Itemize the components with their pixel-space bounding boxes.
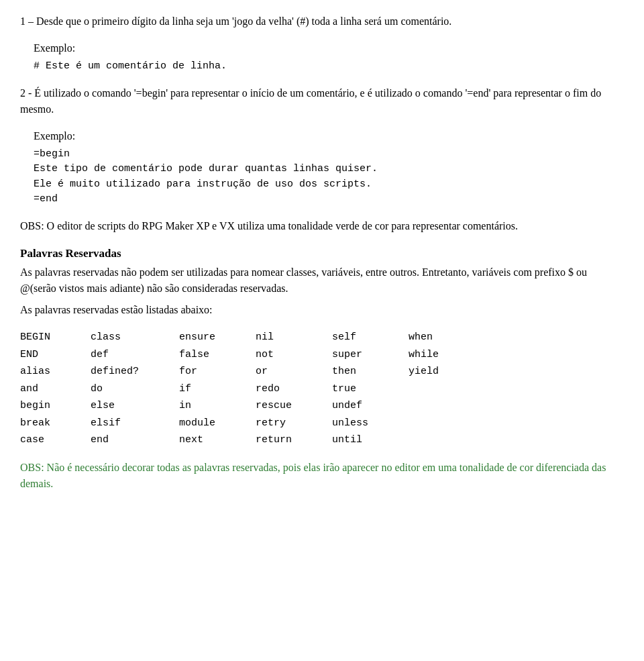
list-item: class bbox=[91, 329, 179, 346]
table-row: BEGINclassensurenilselfwhen bbox=[20, 329, 479, 346]
palavras-desc2: As palavras reservadas estão listadas ab… bbox=[20, 302, 624, 318]
list-item: nil bbox=[256, 329, 332, 346]
table-row: aliasdefined?fororthenyield bbox=[20, 363, 479, 380]
rule1-section: 1 – Desde que o primeiro dígito da linha… bbox=[20, 13, 624, 30]
list-item bbox=[409, 380, 479, 398]
list-item: BEGIN bbox=[20, 329, 91, 346]
table-row: ENDdeffalsenotsuperwhile bbox=[20, 346, 479, 364]
palavras-desc1: As palavras reservadas não podem ser uti… bbox=[20, 264, 624, 297]
list-item: module bbox=[179, 415, 256, 432]
rule2-text: 2 - É utilizado o comando '=begin' para … bbox=[20, 85, 624, 117]
table-row: beginelseinrescueundef bbox=[20, 397, 479, 415]
example2-label: Exemplo: bbox=[34, 128, 624, 144]
obs1-text: OBS: O editor de scripts do RPG Maker XP… bbox=[20, 218, 624, 234]
list-item: in bbox=[179, 397, 256, 415]
list-item: def bbox=[91, 346, 179, 364]
list-item: alias bbox=[20, 363, 91, 380]
list-item: do bbox=[91, 380, 179, 398]
example1-section: Exemplo: # Este é um comentário de linha… bbox=[20, 40, 624, 74]
list-item: END bbox=[20, 346, 91, 364]
list-item: return bbox=[256, 431, 332, 449]
example1-code: # Este é um comentário de linha. bbox=[34, 59, 624, 74]
list-item: retry bbox=[256, 415, 332, 432]
table-row: anddoifredotrue bbox=[20, 380, 479, 398]
list-item: self bbox=[332, 329, 409, 346]
list-item: ensure bbox=[179, 329, 256, 346]
list-item: next bbox=[179, 431, 256, 449]
list-item: elsif bbox=[91, 415, 179, 432]
list-item: then bbox=[332, 363, 409, 380]
list-item: if bbox=[179, 380, 256, 398]
rule2-section: 2 - É utilizado o comando '=begin' para … bbox=[20, 85, 624, 117]
list-item: or bbox=[256, 363, 332, 380]
list-item: redo bbox=[256, 380, 332, 398]
list-item: super bbox=[332, 346, 409, 364]
list-item: else bbox=[91, 397, 179, 415]
list-item bbox=[409, 415, 479, 432]
list-item: end bbox=[91, 431, 179, 449]
list-item: for bbox=[179, 363, 256, 380]
list-item: unless bbox=[332, 415, 409, 432]
table-row: caseendnextreturnuntil bbox=[20, 431, 479, 449]
list-item: rescue bbox=[256, 397, 332, 415]
example1-label: Exemplo: bbox=[34, 40, 624, 56]
example2-section: Exemplo: =beginEste tipo de comentário p… bbox=[20, 128, 624, 207]
list-item: undef bbox=[332, 397, 409, 415]
list-item: true bbox=[332, 380, 409, 398]
list-item bbox=[409, 397, 479, 415]
list-item: begin bbox=[20, 397, 91, 415]
list-item: defined? bbox=[91, 363, 179, 380]
list-item: while bbox=[409, 346, 479, 364]
reserved-words-grid: BEGINclassensurenilselfwhenENDdeffalseno… bbox=[20, 329, 479, 449]
obs1-section: OBS: O editor de scripts do RPG Maker XP… bbox=[20, 218, 624, 234]
table-row: breakelsifmoduleretryunless bbox=[20, 415, 479, 432]
rule1-text: 1 – Desde que o primeiro dígito da linha… bbox=[20, 13, 624, 30]
obs2-text: OBS: Não é necessário decorar todas as p… bbox=[20, 460, 624, 492]
list-item: when bbox=[409, 329, 479, 346]
palavras-section: Palavras Reservadas As palavras reservad… bbox=[20, 245, 624, 449]
example2-code: =beginEste tipo de comentário pode durar… bbox=[34, 147, 624, 207]
palavras-title: Palavras Reservadas bbox=[20, 245, 624, 262]
list-item: until bbox=[332, 431, 409, 449]
list-item: false bbox=[179, 346, 256, 364]
list-item bbox=[409, 431, 479, 449]
obs2-section: OBS: Não é necessário decorar todas as p… bbox=[20, 460, 624, 492]
list-item: yield bbox=[409, 363, 479, 380]
reserved-words-table: BEGINclassensurenilselfwhenENDdeffalseno… bbox=[20, 329, 624, 449]
list-item: and bbox=[20, 380, 91, 398]
list-item: not bbox=[256, 346, 332, 364]
list-item: case bbox=[20, 431, 91, 449]
list-item: break bbox=[20, 415, 91, 432]
